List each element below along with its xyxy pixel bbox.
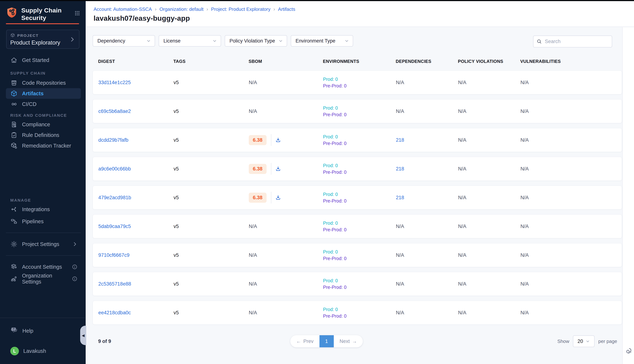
brand-title: Supply Chain Security <box>21 6 62 22</box>
page-title: lavakush07/easy-buggy-app <box>94 14 634 22</box>
sbom-score-badge: 6.38 <box>249 193 266 203</box>
project-label: PROJECT <box>17 33 39 38</box>
dependencies-value: N/A <box>396 108 404 114</box>
sidebar-item-get-started[interactable]: Get Started <box>6 55 81 66</box>
dependencies-link[interactable]: 218 <box>396 166 404 172</box>
sidebar-item-compliance[interactable]: Compliance <box>6 119 81 130</box>
help-button[interactable]: ? Help <box>10 326 79 336</box>
sidebar-footer: ? Help L Lavakush <box>0 318 85 364</box>
prod-count: Prod: 0 <box>323 106 396 111</box>
sidebar-item-organization-settings[interactable]: Organization Settings <box>6 274 81 284</box>
sidebar-item-remediation-tracker[interactable]: Remediation Tracker <box>6 140 81 151</box>
sidebar-item-label: Remediation Tracker <box>22 143 71 149</box>
nav-section-heading: RISK AND COMPLIANCE <box>6 113 81 118</box>
table-row: 33d114e1c225v5N/AProd: 0Pre-Prod: 0N/AN/… <box>93 70 622 94</box>
sidebar-item-pipelines[interactable]: Pipelines <box>6 216 81 227</box>
dependencies-link[interactable]: 218 <box>396 137 404 143</box>
digest-link[interactable]: ee4218cdba0c <box>98 310 131 316</box>
page-size-select[interactable]: 20 <box>573 336 594 347</box>
tag-value: v5 <box>174 281 179 287</box>
chat-support-icon[interactable] <box>625 347 632 356</box>
filter-label: Environment Type <box>295 38 335 44</box>
table-row: 2c5365718e88v5N/AProd: 0Pre-Prod: 0N/AN/… <box>93 272 622 296</box>
digest-link[interactable]: 2c5365718e88 <box>98 281 131 287</box>
digest-link[interactable]: dcdd29b7fafb <box>98 137 128 143</box>
breadcrumb-separator: › <box>206 6 208 12</box>
dependencies-link[interactable]: 218 <box>396 195 404 200</box>
clipboard-check-icon <box>10 132 18 139</box>
gear-icon <box>10 240 18 248</box>
environment-type-filter-dropdown[interactable]: Environment Type <box>291 35 353 46</box>
prev-page-button[interactable]: ← Prev <box>290 335 320 347</box>
nav-section-heading: SUPPLY CHAIN <box>6 70 81 76</box>
dependency-filter-dropdown[interactable]: Dependency <box>93 35 155 46</box>
policy-violation-type-filter-dropdown[interactable]: Policy Violation Type <box>225 35 287 46</box>
dependencies-value: N/A <box>396 252 404 258</box>
info-icon[interactable] <box>72 264 78 270</box>
filter-label: Policy Violation Type <box>229 38 275 44</box>
breadcrumb-project-link[interactable]: Project: Product Exploratory <box>211 6 270 12</box>
project-selector[interactable]: PROJECT Product Exploratory <box>6 30 79 49</box>
current-page-button[interactable]: 1 <box>320 335 334 347</box>
preprod-count: Pre-Prod: 0 <box>323 227 396 232</box>
info-icon[interactable] <box>72 276 78 282</box>
sidebar-item-integrations[interactable]: Integrations <box>6 204 81 214</box>
policy-violations-value: N/A <box>458 195 466 200</box>
sidebar-item-cicd[interactable]: CI/CD <box>6 99 81 110</box>
sidebar-item-label: Pipelines <box>22 218 44 224</box>
sbom-divider <box>271 192 271 204</box>
apps-grid-icon[interactable] <box>74 10 81 17</box>
digest-link[interactable]: c69c5b6a8ae2 <box>98 108 131 114</box>
policy-violations-value: N/A <box>458 281 466 287</box>
dependencies-value: N/A <box>396 224 404 229</box>
sidebar-item-project-settings[interactable]: Project Settings <box>6 239 81 250</box>
preprod-count: Pre-Prod: 0 <box>323 112 396 117</box>
column-header-environments: ENVIRONMENTS <box>323 59 396 64</box>
digest-link[interactable]: a9c6e00c66bb <box>98 166 131 172</box>
column-header-dependencies: DEPENDENCIES <box>396 59 458 64</box>
digest-link[interactable]: 33d114e1c225 <box>98 80 131 85</box>
table-row: 5dab9caa79c5v5N/AProd: 0Pre-Prod: 0N/AN/… <box>93 214 622 238</box>
vulnerabilities-value: N/A <box>520 108 529 114</box>
page-header: Account: Automation-SSCA › Organization:… <box>86 1 634 27</box>
supply-chain-security-logo-icon <box>6 6 18 19</box>
sidebar-item-artifacts[interactable]: Artifacts <box>6 88 81 99</box>
app-window: Supply Chain Security PROJECT Product Ex… <box>0 0 634 364</box>
sidebar-item-code-repositories[interactable]: Code Repositories <box>6 78 81 88</box>
user-menu[interactable]: L Lavakush <box>10 347 79 356</box>
sidebar-collapse-handle[interactable]: ◀ <box>80 326 86 345</box>
sbom-download-button[interactable] <box>275 194 281 201</box>
filter-label: License <box>163 38 180 44</box>
page-size-value: 20 <box>577 338 583 344</box>
sidebar-item-rule-definitions[interactable]: Rule Definitions <box>6 130 81 140</box>
breadcrumb-organization-link[interactable]: Organization: default <box>159 6 203 12</box>
digest-link[interactable]: 9710cf6667c9 <box>98 252 130 258</box>
preprod-count: Pre-Prod: 0 <box>323 170 396 175</box>
vulnerabilities-value: N/A <box>520 166 529 172</box>
license-filter-dropdown[interactable]: License <box>159 35 221 46</box>
table-row: 9710cf6667c9v5N/AProd: 0Pre-Prod: 0N/AN/… <box>93 243 622 267</box>
policy-violations-value: N/A <box>458 137 466 143</box>
table-row: a9c6e00c66bbv56.38Prod: 0Pre-Prod: 0218N… <box>93 157 622 181</box>
digest-link[interactable]: 479e2acd981b <box>98 195 131 200</box>
breadcrumb-artifacts-link[interactable]: Artifacts <box>278 6 295 12</box>
dependencies-value: N/A <box>396 281 404 287</box>
user-avatar: L <box>10 347 19 356</box>
environments-cell: Prod: 0Pre-Prod: 0 <box>323 307 396 319</box>
search-input[interactable] <box>533 36 612 48</box>
sidebar-item-account-settings[interactable]: Account Settings <box>6 262 81 272</box>
next-page-button[interactable]: Next → <box>334 335 363 347</box>
prod-count: Prod: 0 <box>323 220 396 226</box>
pipelines-icon <box>10 218 18 225</box>
digest-link[interactable]: 5dab9caa79c5 <box>98 224 131 229</box>
sidebar-item-label: Account Settings <box>22 264 62 270</box>
sidebar-divider <box>6 232 81 233</box>
prev-arrow-icon: ← <box>296 338 301 344</box>
breadcrumb-account-link[interactable]: Account: Automation-SSCA <box>94 6 152 12</box>
breadcrumb-separator: › <box>155 6 156 12</box>
sbom-download-button[interactable] <box>275 166 281 172</box>
sbom-score-badge: 6.38 <box>249 135 266 145</box>
sbom-download-button[interactable] <box>275 137 281 143</box>
preprod-count: Pre-Prod: 0 <box>323 256 396 261</box>
sbom-value: N/A <box>249 224 257 229</box>
